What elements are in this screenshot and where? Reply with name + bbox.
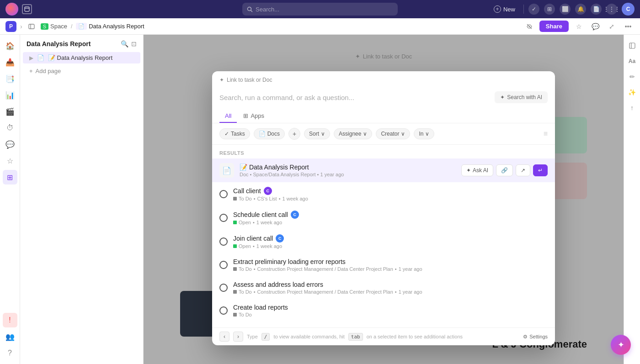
task-icon-7 <box>219 306 228 315</box>
sidebar-home-icon[interactable]: 🏠 <box>3 38 17 53</box>
sidebar-icons: 🏠 📥 📑 📊 🎬 ⏱ 💬 ☆ ⊞ ! 👥 ? <box>0 35 20 364</box>
search-footer: ‹ › Type / to view available commands, h… <box>212 327 555 345</box>
sidebar-chart-icon[interactable]: 📊 <box>3 88 17 102</box>
layout-panel-icon[interactable]: ⊡ <box>131 40 137 47</box>
result-doc-icon: 📄 <box>219 163 234 178</box>
filter-add-btn[interactable]: + <box>288 128 300 140</box>
expand-icon[interactable]: › <box>20 23 22 30</box>
rt-text-icon[interactable]: Aa <box>626 55 639 68</box>
sidebar-inbox-icon[interactable]: 📥 <box>3 55 17 69</box>
add-page-btn[interactable]: + Add page <box>23 65 140 77</box>
breadcrumb-doc[interactable]: 📄 Data Analysis Report <box>76 23 144 30</box>
search-main-input[interactable] <box>219 94 491 101</box>
result-meta-6: To Do • Construction Project Management … <box>233 289 548 295</box>
link-btn[interactable]: 🔗 <box>496 164 513 176</box>
nav-next-btn[interactable]: › <box>233 332 243 342</box>
status-dot-2 <box>233 197 237 200</box>
result-extract-loading[interactable]: Extract preliminary loading error report… <box>212 253 555 276</box>
browser-icon[interactable] <box>22 4 32 14</box>
ai-float-button[interactable]: ✦ <box>611 335 631 355</box>
filter-tasks[interactable]: ✓ Tasks <box>219 128 250 139</box>
open-btn[interactable]: ↗ <box>516 164 530 176</box>
breadcrumb-space[interactable]: S Space <box>41 23 67 30</box>
result-join-call[interactable]: Join client call C Open • 1 week ago <box>212 230 555 253</box>
logo[interactable] <box>5 3 18 16</box>
result-body-5: Extract preliminary loading error report… <box>233 258 548 272</box>
user-badge-2: C <box>264 187 272 195</box>
chat-icon-btn[interactable]: 💬 <box>589 20 602 33</box>
topbar-right: + New ✓ ⊞ ⬜ 🔔 📄 ⋮⋮⋮ C <box>490 3 635 16</box>
open-icon: ↗ <box>521 167 525 174</box>
filter-sort[interactable]: Sort ∨ <box>304 128 330 139</box>
footer-on-text: on a selected item to see additional act… <box>367 334 463 339</box>
result-body-6: Assess and address load errors To Do • C… <box>233 281 548 295</box>
monitor-icon-btn[interactable]: ⬜ <box>560 4 571 15</box>
grid-icon-btn[interactable]: ⋮⋮⋮ <box>606 4 617 15</box>
sidebar-docs-icon[interactable]: 📑 <box>3 71 17 86</box>
sidebar-bottom: ! 👥 ? <box>3 313 17 360</box>
filter-docs[interactable]: 📄 Docs <box>254 128 285 139</box>
sidebar-chat-icon[interactable]: 💬 <box>3 137 17 152</box>
nav-prev-btn[interactable]: ‹ <box>219 332 229 342</box>
svg-rect-0 <box>25 7 29 11</box>
sidebar-people-icon[interactable]: 👥 <box>3 329 17 344</box>
tab-all[interactable]: All <box>219 110 237 123</box>
in-chevron-icon: ∨ <box>425 131 429 137</box>
result-call-client[interactable]: Call client C To Do • CS's List • 1 week… <box>212 182 555 206</box>
rt-layout-icon[interactable] <box>626 39 639 52</box>
ask-ai-btn[interactable]: ✦ Ask AI <box>461 164 493 176</box>
more-btn[interactable]: ••• <box>622 20 635 33</box>
global-search-bar[interactable]: Search... <box>242 3 398 16</box>
file-icon-btn[interactable]: ⊞ <box>544 4 555 15</box>
sidebar-alert-icon[interactable]: ! <box>3 313 17 327</box>
doc-item-label: 📝 Data Analysis Report <box>48 54 112 61</box>
left-panel-doc-item[interactable]: ▶ 📄 📝 Data Analysis Report <box>23 52 140 63</box>
settings-btn[interactable]: ⚙ Settings <box>523 334 548 340</box>
star-icon-btn[interactable]: ☆ <box>572 20 585 33</box>
rt-upload-icon[interactable]: ↑ <box>626 101 639 114</box>
sidebar-timer-icon[interactable]: ⏱ <box>3 121 17 135</box>
result-assess-errors[interactable]: Assess and address load errors To Do • C… <box>212 276 555 299</box>
task-icon-3 <box>219 214 228 222</box>
sidebar-apps-icon[interactable]: ⊞ <box>3 170 17 185</box>
share-button[interactable]: Share <box>539 21 569 32</box>
search-results: Results 📄 📝 Data Analysis Report Doc • S… <box>212 145 555 327</box>
result-data-analysis[interactable]: 📄 📝 Data Analysis Report Doc • Space/Dat… <box>212 158 555 182</box>
doc-icon-btn[interactable]: 📄 <box>591 4 602 15</box>
search-filters: ✓ Tasks 📄 Docs + Sort ∨ Assignee ∨ <box>212 123 555 145</box>
docs-icon: 📄 <box>259 131 266 137</box>
new-button[interactable]: + New <box>490 4 519 15</box>
enter-btn[interactable]: ↵ <box>533 164 548 176</box>
bell-icon-btn[interactable]: 🔔 <box>575 4 586 15</box>
filter-assignee[interactable]: Assignee ∨ <box>334 128 372 139</box>
sidebar-video-icon[interactable]: 🎬 <box>3 104 17 119</box>
tab-apps[interactable]: ⊞ Apps <box>238 110 270 123</box>
rt-edit-icon[interactable]: ✏ <box>626 70 639 83</box>
expand-btn[interactable]: ⤢ <box>605 20 618 33</box>
rt-sparkle-icon[interactable]: ✨ <box>626 86 639 99</box>
right-toolbar: Aa ✏ ✨ ↑ <box>624 35 640 364</box>
workspace-icon[interactable]: P <box>5 21 16 32</box>
footer-hint-text: Type <box>247 334 258 339</box>
sort-chevron-icon: ∨ <box>321 131 325 137</box>
filter-more[interactable]: ≡ <box>544 130 548 138</box>
search-modal-header: ✦ Link to task or Doc ✦ Search with AI A… <box>212 71 555 123</box>
sidebar-help-icon[interactable]: ? <box>3 346 17 360</box>
search-panel-icon[interactable]: 🔍 <box>121 40 128 47</box>
search-overlay: ✦ Link to task or Doc ✦ Search with AI A… <box>144 35 624 364</box>
check-icon-btn[interactable]: ✓ <box>528 4 539 15</box>
search-with-ai-btn[interactable]: ✦ Search with AI <box>495 91 548 103</box>
sidebar-toggle[interactable] <box>26 21 37 32</box>
settings-icon: ⚙ <box>523 334 528 340</box>
result-schedule-call[interactable]: Schedule client call C Open • 1 week ago <box>212 206 555 230</box>
result-body-1: 📝 Data Analysis Report Doc • Space/Data … <box>240 164 456 177</box>
user-badge-4: C <box>276 234 284 243</box>
filter-creator[interactable]: Creator ∨ <box>376 128 410 139</box>
result-create-reports[interactable]: Create load reports To Do <box>212 299 555 322</box>
avatar[interactable]: C <box>622 3 635 16</box>
filter-in[interactable]: In ∨ <box>414 128 434 139</box>
result-title-4: Join client call C <box>233 234 548 243</box>
hide-icon-btn[interactable] <box>523 20 536 33</box>
left-panel: Data Analysis Report 🔍 ⊡ ▶ 📄 📝 Data Anal… <box>20 35 144 364</box>
sidebar-star-icon[interactable]: ☆ <box>3 153 17 168</box>
